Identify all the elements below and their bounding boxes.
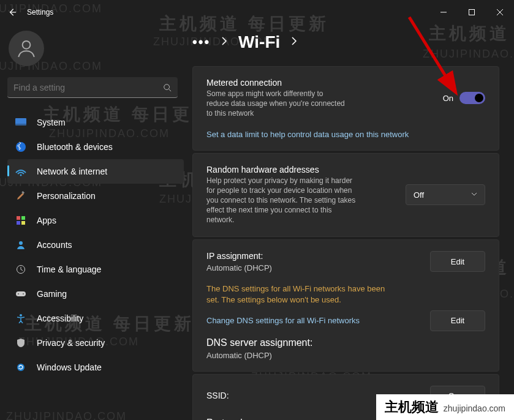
page-title: Wi-Fi: [238, 32, 280, 52]
accessibility-icon: [15, 312, 27, 324]
svg-point-5: [23, 41, 31, 49]
search-icon: [163, 83, 172, 92]
sidebar-item-label: Windows Update: [37, 362, 102, 372]
sidebar-item-label: Accessibility: [37, 313, 83, 323]
gaming-icon: [15, 288, 27, 300]
sidebar: System Bluetooth & devices Network & int…: [0, 24, 184, 420]
svg-point-21: [23, 293, 24, 294]
toggle-switch-icon: [459, 92, 485, 104]
svg-point-20: [18, 293, 19, 294]
back-button[interactable]: [0, 0, 25, 24]
chevron-down-icon: [471, 192, 477, 197]
random-hw-title: Random hardware addresses: [206, 165, 393, 174]
dns-edit-button[interactable]: Edit: [430, 310, 485, 331]
ip-assignment-label: IP assignment:: [206, 251, 418, 261]
titlebar: Settings: [0, 0, 514, 24]
search-input[interactable]: [13, 83, 163, 92]
update-icon: [15, 361, 27, 373]
corner-watermark: 主机频道 zhujipindao.com: [376, 394, 514, 420]
ip-edit-button[interactable]: Edit: [430, 251, 485, 272]
breadcrumb: ••• Wi-Fi: [192, 24, 499, 60]
svg-rect-2: [469, 10, 475, 15]
user-avatar[interactable]: [9, 31, 44, 66]
sidebar-item-label: Bluetooth & devices: [37, 142, 113, 152]
minimize-icon: [440, 9, 447, 16]
sidebar-item-gaming[interactable]: Gaming: [7, 282, 184, 306]
svg-point-6: [164, 84, 170, 89]
svg-rect-16: [21, 221, 25, 225]
sidebar-item-network[interactable]: Network & internet: [7, 159, 184, 184]
sidebar-item-time[interactable]: Time & language: [7, 257, 184, 282]
sidebar-item-privacy[interactable]: Privacy & security: [7, 331, 184, 355]
sidebar-item-accounts[interactable]: Accounts: [7, 233, 184, 257]
sidebar-item-bluetooth[interactable]: Bluetooth & devices: [7, 135, 184, 159]
close-icon: [496, 9, 504, 16]
back-arrow-icon: [8, 8, 17, 17]
sidebar-item-label: Accounts: [37, 240, 72, 250]
svg-point-22: [20, 314, 22, 317]
sidebar-item-label: Network & internet: [37, 167, 107, 176]
dropdown-value: Off: [414, 190, 424, 200]
metered-desc: Some apps might work differently to redu…: [206, 89, 347, 119]
sidebar-item-personalization[interactable]: Personalization: [7, 184, 184, 208]
sidebar-item-update[interactable]: Windows Update: [7, 355, 184, 380]
shield-icon: [15, 337, 27, 349]
dns-assignment-label: DNS server assignment:: [206, 337, 485, 348]
search-box[interactable]: [7, 77, 178, 98]
breadcrumb-more-icon[interactable]: •••: [192, 34, 210, 50]
clock-icon: [15, 263, 27, 276]
sidebar-item-apps[interactable]: Apps: [7, 208, 184, 233]
sidebar-item-system[interactable]: System: [7, 110, 184, 135]
maximize-button[interactable]: [458, 0, 486, 24]
dns-change-link[interactable]: Change DNS settings for all Wi-Fi networ…: [206, 316, 418, 325]
dns-assignment-value: Automatic (DHCP): [206, 351, 485, 360]
svg-line-7: [169, 89, 172, 91]
window-title: Settings: [27, 8, 53, 17]
person-icon: [16, 38, 37, 59]
toggle-state-label: On: [443, 94, 453, 103]
main-content: ••• Wi-Fi Metered connection Some apps m…: [184, 24, 514, 420]
system-icon: [15, 116, 27, 129]
sidebar-item-label: System: [37, 118, 66, 127]
network-icon: [15, 165, 27, 178]
close-button[interactable]: [486, 0, 514, 24]
svg-point-17: [19, 241, 23, 245]
metered-toggle[interactable]: On: [443, 92, 485, 104]
sidebar-item-label: Personalization: [37, 191, 96, 201]
ip-assignment-value: Automatic (DHCP): [206, 263, 418, 272]
sidebar-item-accessibility[interactable]: Accessibility: [7, 306, 184, 331]
accounts-icon: [15, 239, 27, 251]
data-limit-link[interactable]: Set a data limit to help control data us…: [206, 130, 485, 139]
minimize-button[interactable]: [429, 0, 458, 24]
maximize-icon: [468, 9, 475, 16]
svg-point-11: [20, 174, 22, 176]
chevron-right-icon: [291, 36, 297, 48]
bluetooth-icon: [15, 141, 27, 153]
svg-rect-13: [17, 216, 20, 220]
svg-point-23: [17, 364, 25, 371]
random-hw-desc: Help protect your privacy by making it h…: [206, 176, 360, 225]
sidebar-item-label: Privacy & security: [37, 338, 105, 348]
svg-rect-15: [17, 221, 20, 225]
svg-rect-9: [15, 124, 26, 126]
sidebar-item-label: Time & language: [37, 264, 101, 274]
svg-rect-19: [16, 291, 26, 296]
chevron-right-icon: [221, 36, 227, 48]
svg-rect-14: [21, 216, 25, 220]
random-hw-dropdown[interactable]: Off: [406, 184, 485, 205]
ip-dns-card: IP assignment: Automatic (DHCP) Edit The…: [192, 239, 499, 372]
sidebar-item-label: Gaming: [37, 289, 67, 299]
metered-title: Metered connection: [206, 78, 431, 88]
dns-notice: The DNS settings for all Wi-Fi networks …: [206, 283, 390, 306]
metered-connection-card: Metered connection Some apps might work …: [192, 66, 499, 151]
apps-icon: [15, 214, 27, 227]
random-hw-card: Random hardware addresses Help protect y…: [192, 153, 499, 237]
sidebar-item-label: Apps: [37, 216, 56, 225]
brush-icon: [15, 190, 27, 202]
